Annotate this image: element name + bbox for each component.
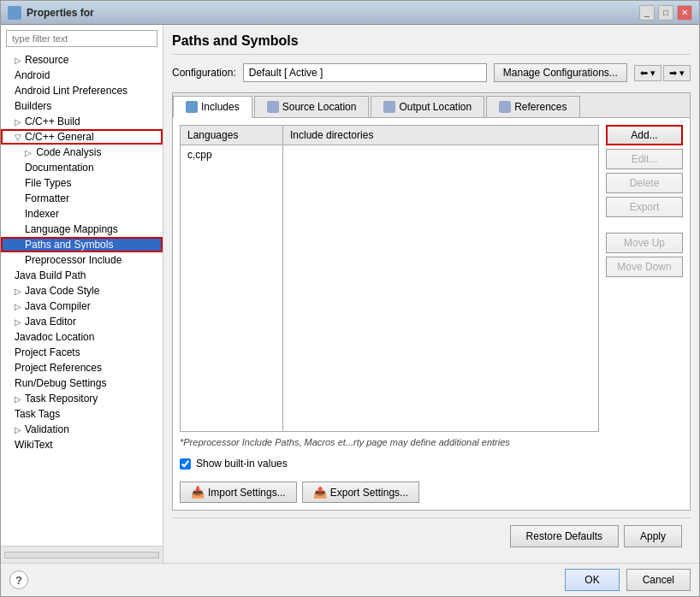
close-button[interactable]: ✕ — [677, 5, 692, 21]
window-icon — [8, 6, 21, 20]
tab-includes[interactable]: Includes — [173, 96, 252, 118]
tabs-panel: Includes Source Location Output Location… — [172, 92, 691, 511]
source-location-tab-icon — [267, 101, 279, 113]
sidebar-scrollbar[interactable] — [1, 546, 163, 563]
sidebar-item-label: Task Tags — [15, 408, 60, 420]
show-builtin-row: Show built-in values — [180, 458, 599, 470]
sidebar-item-wikitext[interactable]: WikiText — [1, 437, 163, 452]
sidebar-item-label: Code Analysis — [36, 146, 101, 158]
sidebar-item-label: Javadoc Location — [15, 331, 94, 343]
sidebar-item-label: Resource — [25, 54, 68, 66]
restore-defaults-button[interactable]: Restore Defaults — [510, 525, 619, 547]
sidebar-item-project-facets[interactable]: Project Facets — [1, 345, 163, 360]
sidebar-item-label: WikiText — [15, 439, 53, 451]
page-title: Paths and Symbols — [172, 33, 691, 55]
sidebar-item-label: Android Lint Preferences — [15, 85, 128, 97]
properties-window: Properties for _ □ ✕ ▷ Resource Android … — [0, 0, 700, 597]
forward-button[interactable]: ➡ ▾ — [663, 65, 691, 81]
directories-column-header: Include directories — [283, 126, 598, 145]
sidebar-item-label: Paths and Symbols — [25, 239, 113, 251]
languages-column-header: Languages — [181, 126, 282, 145]
sidebar-item-label: Task Repository — [25, 393, 98, 405]
content-area: ▷ Resource Android Android Lint Preferen… — [1, 25, 699, 563]
sidebar-item-javadoc[interactable]: Javadoc Location — [1, 329, 163, 345]
sidebar-item-label: Java Code Style — [25, 285, 99, 297]
footer-bar: ? OK Cancel — [1, 563, 699, 596]
tree: ▷ Resource Android Android Lint Preferen… — [1, 52, 163, 546]
maximize-button[interactable]: □ — [658, 5, 673, 21]
sidebar-item-task-tags[interactable]: Task Tags — [1, 406, 163, 422]
sidebar-item-file-types[interactable]: File Types — [1, 175, 163, 191]
export-button[interactable]: Export — [606, 197, 683, 217]
sidebar-item-paths-symbols[interactable]: Paths and Symbols — [1, 237, 163, 252]
horizontal-scrollbar[interactable] — [4, 552, 159, 559]
settings-buttons-row: 📥 Import Settings... 📤 Export Settings..… — [180, 482, 599, 503]
sidebar-item-label: C/C++ General — [25, 131, 94, 143]
sidebar-item-resource[interactable]: ▷ Resource — [1, 52, 163, 68]
import-settings-button[interactable]: 📥 Import Settings... — [180, 482, 297, 503]
language-row[interactable]: c,cpp — [187, 149, 276, 161]
cancel-button[interactable]: Cancel — [626, 569, 691, 591]
sidebar-item-indexer[interactable]: Indexer — [1, 206, 163, 222]
references-tab-icon — [499, 101, 511, 113]
expand-arrow: ▷ — [15, 425, 21, 434]
apply-button[interactable]: Apply — [624, 525, 682, 547]
sidebar-item-label: Android — [15, 69, 50, 81]
sidebar-item-builders[interactable]: Builders — [1, 98, 163, 114]
edit-button[interactable]: Edit... — [606, 149, 683, 169]
help-button[interactable]: ? — [9, 570, 28, 589]
import-icon: 📥 — [191, 486, 205, 499]
titlebar-controls: _ □ ✕ — [639, 5, 692, 21]
show-builtin-label: Show built-in values — [196, 458, 288, 470]
sidebar-item-formatter[interactable]: Formatter — [1, 191, 163, 206]
move-up-button[interactable]: Move Up — [606, 233, 683, 253]
delete-button[interactable]: Delete — [606, 173, 683, 193]
sidebar-item-java-build-path[interactable]: Java Build Path — [1, 268, 163, 283]
back-button[interactable]: ⬅ ▾ — [634, 65, 661, 81]
sidebar-item-java-compiler[interactable]: ▷ Java Compiler — [1, 298, 163, 314]
tab-label: References — [514, 101, 567, 113]
sidebar-item-label: Java Build Path — [15, 269, 86, 281]
sidebar-item-java-code-style[interactable]: ▷ Java Code Style — [1, 283, 163, 298]
expand-arrow: ▽ — [15, 133, 21, 142]
sidebar-item-preprocessor[interactable]: Preprocessor Include — [1, 252, 163, 268]
sidebar-item-run-debug[interactable]: Run/Debug Settings — [1, 375, 163, 391]
sidebar-item-language-mappings[interactable]: Language Mappings — [1, 222, 163, 237]
table-container: Languages c,cpp Include directories — [180, 125, 599, 503]
tab-content: Languages c,cpp Include directories — [173, 118, 690, 510]
sidebar-item-cpp-build[interactable]: ▷ C/C++ Build — [1, 114, 163, 129]
sidebar-item-java-editor[interactable]: ▷ Java Editor — [1, 314, 163, 329]
sidebar-item-label: File Types — [25, 177, 71, 189]
expand-arrow: ▷ — [15, 56, 21, 65]
show-builtin-checkbox[interactable] — [180, 458, 191, 470]
languages-column: Languages c,cpp — [181, 126, 283, 431]
sidebar-item-android[interactable]: Android — [1, 68, 163, 83]
minimize-button[interactable]: _ — [639, 5, 655, 21]
sidebar-item-label: Project References — [15, 362, 102, 374]
tab-source-location[interactable]: Source Location — [254, 96, 370, 117]
ok-button[interactable]: OK — [565, 569, 619, 591]
sidebar-item-label: Preprocessor Include — [25, 254, 122, 266]
sidebar-item-android-lint[interactable]: Android Lint Preferences — [1, 83, 163, 98]
side-buttons: Add... Edit... Delete Export Move Up Mov… — [606, 125, 683, 503]
filter-input[interactable] — [6, 30, 157, 47]
tab-label: Source Location — [282, 101, 357, 113]
sidebar-item-label: Run/Debug Settings — [15, 377, 106, 389]
tab-references[interactable]: References — [486, 96, 579, 117]
tab-output-location[interactable]: Output Location — [371, 96, 484, 117]
sidebar-item-project-references[interactable]: Project References — [1, 360, 163, 375]
manage-configurations-button[interactable]: Manage Configurations... — [494, 63, 627, 82]
titlebar-left: Properties for — [8, 6, 94, 20]
sidebar-item-cpp-general[interactable]: ▽ C/C++ General — [1, 129, 163, 145]
directories-column-body — [283, 145, 598, 431]
add-button[interactable]: Add... — [606, 125, 683, 145]
sidebar-item-documentation[interactable]: Documentation — [1, 160, 163, 175]
sidebar: ▷ Resource Android Android Lint Preferen… — [1, 25, 163, 563]
tab-label: Output Location — [399, 101, 472, 113]
config-select[interactable]: Default [ Active ] — [243, 63, 487, 82]
sidebar-item-validation[interactable]: ▷ Validation — [1, 422, 163, 437]
move-down-button[interactable]: Move Down — [606, 257, 683, 277]
sidebar-item-code-analysis[interactable]: ▷ Code Analysis — [1, 145, 163, 160]
export-settings-button[interactable]: 📤 Export Settings... — [302, 482, 419, 503]
sidebar-item-task-repository[interactable]: ▷ Task Repository — [1, 391, 163, 406]
